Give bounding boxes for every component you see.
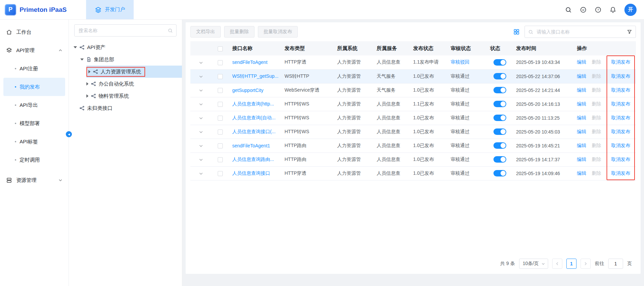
row-checkbox[interactable] bbox=[218, 116, 223, 121]
delete-link[interactable]: 删除 bbox=[592, 170, 607, 176]
panel-collapse-handle[interactable]: ◀ bbox=[66, 131, 72, 137]
ai-icon[interactable]: AI bbox=[580, 6, 587, 13]
delete-link[interactable]: 删除 bbox=[592, 73, 607, 79]
batch-unpublish-button[interactable]: 批量取消发布 bbox=[258, 26, 298, 38]
row-expand-icon[interactable] bbox=[199, 130, 203, 134]
tree-node-hr-system[interactable]: 人力资源管理系统 bbox=[69, 66, 182, 78]
edit-link[interactable]: 编辑 bbox=[577, 73, 592, 79]
delete-link[interactable]: 删除 bbox=[592, 87, 607, 93]
edit-link[interactable]: 编辑 bbox=[577, 129, 592, 135]
delete-link[interactable]: 删除 bbox=[592, 101, 607, 107]
row-expand-icon[interactable] bbox=[199, 61, 203, 65]
status-toggle[interactable] bbox=[493, 170, 506, 176]
sidebar-item-scheduled-call[interactable]: 定时调用 bbox=[3, 151, 65, 169]
caret-down-icon[interactable] bbox=[80, 58, 84, 61]
table-row[interactable]: sendFileToAgent1 HTTP路由 人力资源管 人员信息查 1.0已… bbox=[190, 139, 636, 152]
sidebar-item-api-register[interactable]: API注册 bbox=[3, 59, 65, 78]
prev-page-button[interactable] bbox=[552, 259, 562, 269]
table-row[interactable]: 人员信息查询路由... HTTP路由 人力资源管 人员信息查 1.0已发布 审核… bbox=[190, 152, 636, 166]
unpublish-link[interactable]: 取消发布 bbox=[607, 129, 635, 135]
status-toggle[interactable] bbox=[493, 87, 506, 93]
api-name-link[interactable]: 人员信息查询接口(... bbox=[232, 129, 275, 134]
edit-link[interactable]: 编辑 bbox=[577, 143, 592, 149]
tree-search-input[interactable] bbox=[78, 27, 165, 33]
edit-link[interactable]: 编辑 bbox=[577, 87, 592, 93]
tree-node-oa-system[interactable]: 办公自动化系统 bbox=[69, 78, 182, 90]
filter-icon[interactable] bbox=[627, 29, 632, 34]
row-checkbox[interactable] bbox=[218, 60, 223, 65]
row-checkbox[interactable] bbox=[218, 171, 223, 176]
sidebar-item-api-export[interactable]: API导出 bbox=[3, 96, 65, 114]
status-toggle[interactable] bbox=[493, 73, 506, 79]
row-expand-icon[interactable] bbox=[199, 102, 203, 106]
select-all-checkbox[interactable] bbox=[218, 46, 223, 51]
api-name-link[interactable]: 人员信息查询(http... bbox=[232, 101, 274, 106]
row-expand-icon[interactable] bbox=[199, 171, 203, 176]
sidebar-item-api-tags[interactable]: API标签 bbox=[3, 133, 65, 151]
row-expand-icon[interactable] bbox=[199, 116, 203, 120]
sidebar-item-model-deploy[interactable]: 模型部署 bbox=[3, 114, 65, 133]
table-row[interactable]: 人员信息查询(自动... HTTP转WS 人力资源管 人员信息查 1.0已发布 … bbox=[190, 111, 636, 125]
table-row[interactable]: sendFileToAgent HTTP穿透 人力资源管 人员信息查 1.1发布… bbox=[190, 55, 636, 69]
row-checkbox[interactable] bbox=[218, 74, 223, 79]
edit-link[interactable]: 编辑 bbox=[577, 115, 592, 121]
row-checkbox[interactable] bbox=[218, 102, 223, 107]
table-row[interactable]: 人员信息查询接口(... HTTP转WS 人力资源管 人员信息查 1.0已发布 … bbox=[190, 125, 636, 139]
api-name-link[interactable]: 人员信息查询(自动... bbox=[232, 115, 275, 120]
row-expand-icon[interactable] bbox=[199, 74, 203, 79]
sidebar-item-resource-management[interactable]: 资源管理 bbox=[0, 171, 69, 189]
row-checkbox[interactable] bbox=[218, 88, 223, 93]
edit-link[interactable]: 编辑 bbox=[577, 59, 592, 65]
row-expand-icon[interactable] bbox=[199, 144, 203, 148]
row-checkbox[interactable] bbox=[218, 129, 223, 135]
edit-link[interactable]: 编辑 bbox=[577, 101, 592, 107]
api-name-link[interactable]: 人员信息查询接口 bbox=[232, 170, 270, 176]
tree-node-uncategorized[interactable]: 未归类接口 bbox=[69, 102, 182, 114]
unpublish-link[interactable]: 取消发布 bbox=[607, 87, 635, 93]
row-expand-icon[interactable] bbox=[199, 158, 203, 162]
table-row[interactable]: getSupportCity WebService穿透 人力资源管 天气服务 1… bbox=[190, 83, 636, 97]
table-row[interactable]: WS转HTTP_getSup... WS转HTTP 人力资源管 天气服务 1.0… bbox=[190, 69, 636, 83]
delete-link[interactable]: 删除 bbox=[592, 115, 607, 121]
tree-node-group-hq[interactable]: 集团总部 bbox=[69, 53, 182, 66]
status-toggle[interactable] bbox=[493, 156, 506, 163]
sidebar-item-my-publish[interactable]: 我的发布 bbox=[3, 78, 65, 96]
bell-icon[interactable] bbox=[610, 6, 616, 13]
doc-export-button[interactable]: 文档导出 bbox=[190, 26, 221, 38]
unpublish-link[interactable]: 取消发布 bbox=[607, 157, 635, 163]
tree-node-material-system[interactable]: 物料管理系统 bbox=[69, 90, 182, 102]
unpublish-link[interactable]: 取消发布 bbox=[607, 59, 635, 65]
status-toggle[interactable] bbox=[493, 101, 506, 107]
table-row[interactable]: 人员信息查询接口 HTTP穿透 人力资源管 人员信息查 1.0已发布 审核通过 … bbox=[190, 166, 636, 180]
unpublish-link[interactable]: 取消发布 bbox=[607, 115, 635, 121]
delete-link[interactable]: 删除 bbox=[592, 157, 607, 163]
next-page-button[interactable] bbox=[581, 259, 591, 269]
search-icon[interactable] bbox=[168, 28, 173, 33]
api-name-link[interactable]: 人员信息查询路由... bbox=[232, 157, 274, 162]
search-icon[interactable] bbox=[565, 6, 572, 13]
edit-link[interactable]: 编辑 bbox=[577, 170, 592, 176]
status-toggle[interactable] bbox=[493, 59, 506, 66]
tree-node-api-assets[interactable]: API资产 bbox=[69, 41, 182, 53]
delete-link[interactable]: 删除 bbox=[592, 129, 607, 135]
unpublish-link[interactable]: 取消发布 bbox=[607, 73, 635, 79]
api-name-link[interactable]: WS转HTTP_getSup... bbox=[232, 73, 278, 79]
page-size-select[interactable]: 10条/页 bbox=[519, 259, 548, 269]
batch-delete-button[interactable]: 批量删除 bbox=[224, 26, 254, 38]
caret-right-icon[interactable] bbox=[86, 82, 88, 86]
row-expand-icon[interactable] bbox=[199, 88, 203, 93]
caret-right-icon[interactable] bbox=[88, 70, 90, 73]
status-toggle[interactable] bbox=[493, 115, 506, 121]
unpublish-link[interactable]: 取消发布 bbox=[607, 101, 635, 107]
sidebar-item-api-management[interactable]: API管理 bbox=[0, 41, 69, 59]
sidebar-item-workbench[interactable]: 工作台 bbox=[0, 23, 69, 41]
api-name-link[interactable]: sendFileToAgent1 bbox=[232, 143, 270, 148]
edit-link[interactable]: 编辑 bbox=[577, 157, 592, 163]
review-status-link[interactable]: 审核驳回 bbox=[451, 59, 469, 65]
status-toggle[interactable] bbox=[493, 142, 506, 149]
caret-right-icon[interactable] bbox=[86, 94, 88, 98]
display-mode-icon[interactable] bbox=[513, 28, 520, 35]
delete-link[interactable]: 删除 bbox=[592, 143, 607, 149]
api-search-input[interactable] bbox=[536, 29, 624, 35]
help-icon[interactable]: ? bbox=[595, 6, 601, 13]
